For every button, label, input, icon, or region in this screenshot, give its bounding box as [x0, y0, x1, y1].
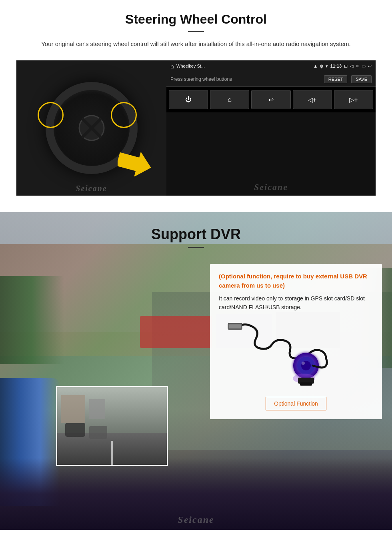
status-bar: ⌂ Wheelkey St... ▲ ψ ▾ 11:13 ⊡ ◁ ✕ ▭ ↩ [166, 60, 376, 72]
back-arrow-icon: ↩ [368, 64, 372, 69]
optional-function-badge: Optional Function [266, 397, 326, 410]
svg-marker-0 [118, 150, 152, 176]
home-ctrl-button[interactable]: ⌂ [210, 90, 249, 109]
vol-up-ctrl-button[interactable]: ▷+ [334, 90, 373, 109]
dvr-title: Support DVR [8, 226, 384, 243]
volume-icon: ◁ [350, 64, 353, 69]
dvr-section: Support DVR (Optional function, require … [0, 212, 392, 530]
save-button[interactable]: SAVE [351, 75, 372, 83]
dvr-description: It can record video only to storage in G… [219, 294, 373, 312]
reset-button[interactable]: RESET [324, 75, 348, 83]
window-icon: ▭ [362, 64, 366, 69]
steering-title: Steering Wheel Control [16, 12, 376, 27]
circle-right-indicator [111, 102, 137, 128]
seicane-watermark-android: Seicane [254, 182, 288, 192]
title-divider-1 [188, 31, 204, 32]
dvr-thumbnail [56, 386, 168, 466]
steering-subtitle: Your original car's steering wheel contr… [16, 39, 376, 49]
wifi-icon: ▾ [326, 64, 328, 69]
dvr-info-card: (Optional function, require to buy exter… [210, 264, 382, 419]
thumb-road [57, 433, 167, 465]
title-divider-2 [188, 247, 204, 248]
camera-icon: ⊡ [344, 64, 348, 69]
press-buttons-label: Press steering wheel buttons [170, 76, 320, 82]
app-name-label: Wheelkey St... [176, 64, 311, 68]
android-screen: ⌂ Wheelkey St... ▲ ψ ▾ 11:13 ⊡ ◁ ✕ ▭ ↩ P… [166, 60, 376, 196]
seicane-watermark-steering: Seicane [76, 184, 107, 193]
yellow-arrow [118, 150, 152, 178]
steering-photo: Seicane [16, 60, 166, 196]
svg-rect-9 [300, 382, 312, 386]
steering-section: Steering Wheel Control Your original car… [0, 0, 392, 212]
status-triangle-icon: ▲ [313, 64, 318, 68]
dvr-thumbnail-inner [57, 387, 167, 465]
time-display: 11:13 [330, 64, 342, 68]
vol-down-ctrl-button[interactable]: ◁+ [293, 90, 332, 109]
thumb-road-line [112, 441, 113, 465]
close-icon: ✕ [356, 64, 359, 69]
dvr-seicane-watermark: Seicane [178, 514, 214, 525]
steering-buttons-grid: ⏻ ⌂ ↩ ◁+ ▷+ [166, 87, 376, 112]
status-psi-icon: ψ [320, 64, 323, 68]
svg-point-6 [302, 362, 305, 365]
dvr-camera-svg [220, 318, 372, 388]
dvr-camera-illustration [219, 318, 373, 390]
back-ctrl-button[interactable]: ↩ [251, 90, 290, 109]
steering-control-bar: Press steering wheel buttons RESET SAVE [166, 72, 376, 87]
circle-left-indicator [38, 102, 64, 128]
dvr-title-area: Support DVR [0, 212, 392, 252]
steering-composite: Seicane ⌂ Wheelkey St... ▲ ψ ▾ 11:13 ⊡ ◁… [16, 60, 376, 196]
home-status-icon: ⌂ [170, 63, 174, 70]
svg-rect-2 [229, 324, 241, 328]
power-ctrl-button[interactable]: ⏻ [169, 90, 208, 109]
dvr-optional-text: (Optional function, require to buy exter… [219, 272, 373, 290]
